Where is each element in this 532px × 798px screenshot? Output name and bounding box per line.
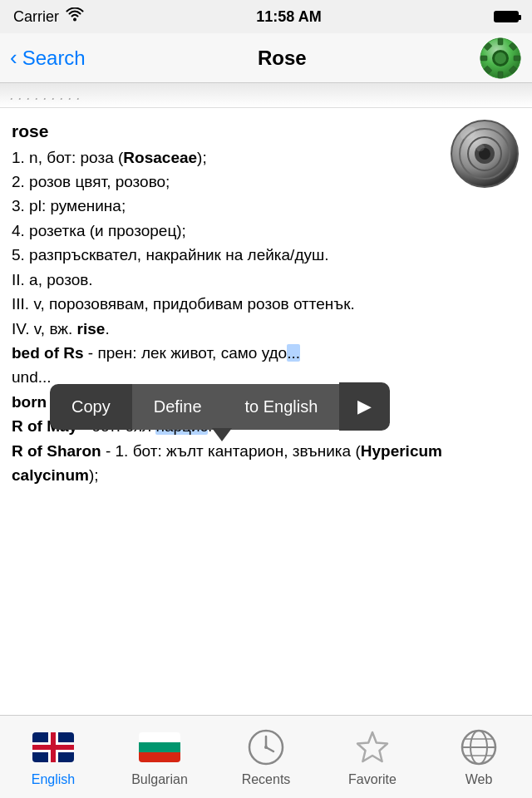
back-chevron-icon: ‹ [10, 45, 17, 71]
svg-point-22 [264, 746, 268, 749]
clock-icon [245, 727, 287, 768]
english-flag-icon [32, 727, 74, 768]
definition-line-8: IV. v, вж. rise. [12, 317, 520, 341]
tab-english-label: English [32, 772, 75, 787]
word-entry-title: rose [12, 118, 520, 145]
tab-english[interactable]: English [12, 727, 95, 787]
definition-line-7: III. v, порозовявам, придобивам розов от… [12, 292, 520, 316]
definition-line-1: 1. n, бот: роза (Rosaceae); [12, 145, 520, 170]
definition-line-4: 4. розетка (и прозорец); [12, 219, 520, 243]
tab-bar: English Bulgarian Recents [0, 715, 532, 798]
definition-line-5: 5. разпръсквател, накрайник на лейка/душ… [12, 243, 520, 267]
back-label[interactable]: Search [22, 47, 86, 70]
play-button[interactable]: ▶ [339, 382, 390, 431]
definition-line-6: II. а, розов. [12, 268, 520, 292]
page-title: Rose [258, 47, 307, 70]
context-menu-pointer [212, 428, 232, 441]
definition-line-3: 3. pl: руменина; [12, 194, 520, 218]
scroll-fade-top: . . . . . . . . . [0, 83, 532, 108]
status-right [494, 11, 519, 22]
svg-rect-4 [480, 56, 487, 61]
tab-favorite[interactable]: Favorite [331, 727, 414, 787]
speaker-button[interactable] [447, 116, 522, 191]
tab-bulgarian[interactable]: Bulgarian [118, 727, 201, 787]
svg-point-11 [495, 52, 506, 64]
svg-rect-2 [498, 38, 503, 45]
tab-web[interactable]: Web [437, 727, 520, 787]
definition-line-13: R of Sharon - 1. бот: жълт кантарион, зв… [12, 439, 520, 488]
definition-line-2: 2. розов цвят, розово; [12, 170, 520, 194]
wifi-icon [66, 7, 84, 27]
copy-button[interactable]: Copy [50, 384, 132, 430]
bulgarian-flag-icon [139, 727, 180, 768]
scroll-ellipsis: . . . . . . . . . [10, 86, 81, 104]
svg-marker-23 [357, 732, 387, 761]
svg-rect-5 [514, 56, 520, 61]
status-left: Carrier [13, 7, 84, 27]
battery-icon [494, 11, 519, 22]
tab-bulgarian-label: Bulgarian [131, 772, 188, 787]
svg-rect-3 [498, 71, 503, 78]
to-english-button[interactable]: to English [224, 384, 340, 430]
carrier-label: Carrier [13, 8, 59, 26]
star-icon [352, 727, 393, 768]
tab-recents-label: Recents [242, 772, 291, 787]
context-menu: Copy Define to English ▶ [50, 382, 390, 431]
tab-favorite-label: Favorite [348, 772, 397, 787]
globe-icon [458, 727, 500, 768]
definition-line-9: bed of Rs - прен: лек живот, само удо... [12, 341, 520, 365]
tab-web-label: Web [466, 772, 493, 787]
svg-point-0 [73, 17, 76, 21]
back-button[interactable]: ‹ Search [10, 45, 86, 71]
status-bar: Carrier 11:58 AM [0, 0, 532, 33]
define-button[interactable]: Define [132, 384, 224, 430]
settings-gear-button[interactable] [479, 37, 522, 80]
tab-recents[interactable]: Recents [224, 727, 308, 787]
status-time: 11:58 AM [256, 8, 321, 26]
nav-bar: ‹ Search Rose [0, 33, 532, 83]
